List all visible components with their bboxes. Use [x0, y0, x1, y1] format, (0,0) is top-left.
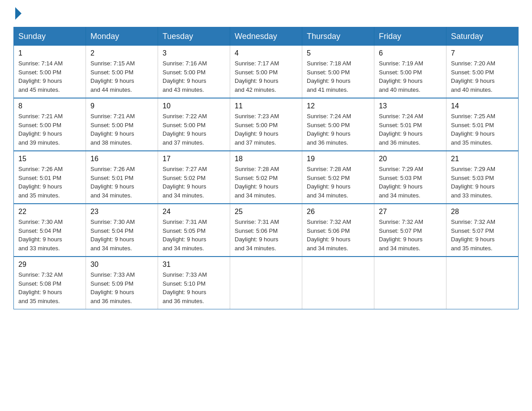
weekday-header-saturday: Saturday — [446, 27, 519, 46]
calendar-cell: 13Sunrise: 7:24 AMSunset: 5:01 PMDayligh… — [374, 98, 446, 151]
calendar-cell: 8Sunrise: 7:21 AMSunset: 5:00 PMDaylight… — [14, 98, 86, 151]
day-info: Sunrise: 7:28 AMSunset: 5:02 PMDaylight:… — [235, 165, 297, 200]
day-info: Sunrise: 7:20 AMSunset: 5:00 PMDaylight:… — [451, 59, 514, 94]
day-info: Sunrise: 7:28 AMSunset: 5:02 PMDaylight:… — [307, 165, 369, 200]
calendar-cell — [302, 257, 374, 309]
day-info: Sunrise: 7:27 AMSunset: 5:02 PMDaylight:… — [163, 165, 225, 200]
day-info: Sunrise: 7:26 AMSunset: 5:01 PMDaylight:… — [90, 165, 153, 200]
day-info: Sunrise: 7:21 AMSunset: 5:00 PMDaylight:… — [90, 112, 153, 147]
calendar-cell: 14Sunrise: 7:25 AMSunset: 5:01 PMDayligh… — [446, 98, 519, 151]
day-info: Sunrise: 7:26 AMSunset: 5:01 PMDaylight:… — [18, 165, 81, 200]
weekday-header-thursday: Thursday — [302, 27, 374, 46]
day-info: Sunrise: 7:24 AMSunset: 5:01 PMDaylight:… — [379, 112, 442, 147]
day-number: 27 — [379, 208, 442, 216]
weekday-header-friday: Friday — [374, 27, 446, 46]
day-number: 4 — [235, 49, 297, 57]
day-info: Sunrise: 7:33 AMSunset: 5:10 PMDaylight:… — [163, 270, 225, 305]
calendar-week-row: 15Sunrise: 7:26 AMSunset: 5:01 PMDayligh… — [14, 151, 519, 204]
weekday-header-tuesday: Tuesday — [158, 27, 230, 46]
day-number: 23 — [90, 208, 153, 216]
calendar-cell: 7Sunrise: 7:20 AMSunset: 5:00 PMDaylight… — [446, 46, 519, 98]
day-info: Sunrise: 7:32 AMSunset: 5:06 PMDaylight:… — [307, 218, 369, 253]
page-header — [13, 9, 519, 18]
day-number: 16 — [90, 155, 153, 163]
day-number: 5 — [307, 49, 369, 57]
day-number: 6 — [379, 49, 442, 57]
day-number: 24 — [163, 208, 225, 216]
day-number: 29 — [18, 261, 81, 269]
day-info: Sunrise: 7:29 AMSunset: 5:03 PMDaylight:… — [379, 165, 442, 200]
day-number: 11 — [235, 102, 297, 110]
day-number: 28 — [451, 208, 514, 216]
calendar-week-row: 29Sunrise: 7:32 AMSunset: 5:08 PMDayligh… — [14, 257, 519, 309]
day-number: 12 — [307, 102, 369, 110]
calendar-cell: 3Sunrise: 7:16 AMSunset: 5:00 PMDaylight… — [158, 46, 230, 98]
calendar-cell: 1Sunrise: 7:14 AMSunset: 5:00 PMDaylight… — [14, 46, 86, 98]
calendar-cell: 18Sunrise: 7:28 AMSunset: 5:02 PMDayligh… — [230, 151, 302, 204]
calendar-table: SundayMondayTuesdayWednesdayThursdayFrid… — [13, 27, 519, 309]
day-info: Sunrise: 7:30 AMSunset: 5:04 PMDaylight:… — [90, 218, 153, 253]
day-number: 30 — [90, 261, 153, 269]
day-info: Sunrise: 7:31 AMSunset: 5:06 PMDaylight:… — [235, 218, 297, 253]
day-number: 8 — [18, 102, 81, 110]
day-number: 20 — [379, 155, 442, 163]
day-info: Sunrise: 7:32 AMSunset: 5:07 PMDaylight:… — [379, 218, 442, 253]
day-number: 7 — [451, 49, 514, 57]
day-info: Sunrise: 7:32 AMSunset: 5:07 PMDaylight:… — [451, 218, 514, 253]
calendar-cell: 25Sunrise: 7:31 AMSunset: 5:06 PMDayligh… — [230, 204, 302, 257]
day-info: Sunrise: 7:33 AMSunset: 5:09 PMDaylight:… — [90, 270, 153, 305]
day-info: Sunrise: 7:29 AMSunset: 5:03 PMDaylight:… — [451, 165, 514, 200]
calendar-cell: 11Sunrise: 7:23 AMSunset: 5:00 PMDayligh… — [230, 98, 302, 151]
calendar-cell: 22Sunrise: 7:30 AMSunset: 5:04 PMDayligh… — [14, 204, 86, 257]
day-info: Sunrise: 7:31 AMSunset: 5:05 PMDaylight:… — [163, 218, 225, 253]
day-number: 31 — [163, 261, 225, 269]
day-number: 26 — [307, 208, 369, 216]
day-info: Sunrise: 7:30 AMSunset: 5:04 PMDaylight:… — [18, 218, 81, 253]
calendar-cell: 20Sunrise: 7:29 AMSunset: 5:03 PMDayligh… — [374, 151, 446, 204]
calendar-cell: 12Sunrise: 7:24 AMSunset: 5:00 PMDayligh… — [302, 98, 374, 151]
day-info: Sunrise: 7:32 AMSunset: 5:08 PMDaylight:… — [18, 270, 81, 305]
weekday-header-monday: Monday — [86, 27, 158, 46]
logo — [13, 9, 21, 18]
day-number: 22 — [18, 208, 81, 216]
weekday-header-sunday: Sunday — [14, 27, 86, 46]
calendar-week-row: 1Sunrise: 7:14 AMSunset: 5:00 PMDaylight… — [14, 46, 519, 98]
day-info: Sunrise: 7:21 AMSunset: 5:00 PMDaylight:… — [18, 112, 81, 147]
calendar-cell: 4Sunrise: 7:17 AMSunset: 5:00 PMDaylight… — [230, 46, 302, 98]
calendar-cell: 24Sunrise: 7:31 AMSunset: 5:05 PMDayligh… — [158, 204, 230, 257]
calendar-cell: 28Sunrise: 7:32 AMSunset: 5:07 PMDayligh… — [446, 204, 519, 257]
day-info: Sunrise: 7:22 AMSunset: 5:00 PMDaylight:… — [163, 112, 225, 147]
day-number: 25 — [235, 208, 297, 216]
calendar-cell: 31Sunrise: 7:33 AMSunset: 5:10 PMDayligh… — [158, 257, 230, 309]
logo-arrow-icon — [15, 7, 21, 20]
day-info: Sunrise: 7:24 AMSunset: 5:00 PMDaylight:… — [307, 112, 369, 147]
day-info: Sunrise: 7:25 AMSunset: 5:01 PMDaylight:… — [451, 112, 514, 147]
weekday-header-wednesday: Wednesday — [230, 27, 302, 46]
day-number: 21 — [451, 155, 514, 163]
calendar-cell: 15Sunrise: 7:26 AMSunset: 5:01 PMDayligh… — [14, 151, 86, 204]
calendar-cell: 19Sunrise: 7:28 AMSunset: 5:02 PMDayligh… — [302, 151, 374, 204]
calendar-cell: 9Sunrise: 7:21 AMSunset: 5:00 PMDaylight… — [86, 98, 158, 151]
day-info: Sunrise: 7:17 AMSunset: 5:00 PMDaylight:… — [235, 59, 297, 94]
calendar-cell: 5Sunrise: 7:18 AMSunset: 5:00 PMDaylight… — [302, 46, 374, 98]
calendar-cell: 10Sunrise: 7:22 AMSunset: 5:00 PMDayligh… — [158, 98, 230, 151]
day-number: 13 — [379, 102, 442, 110]
day-info: Sunrise: 7:18 AMSunset: 5:00 PMDaylight:… — [307, 59, 369, 94]
day-number: 1 — [18, 49, 81, 57]
day-number: 9 — [90, 102, 153, 110]
calendar-cell: 27Sunrise: 7:32 AMSunset: 5:07 PMDayligh… — [374, 204, 446, 257]
calendar-week-row: 22Sunrise: 7:30 AMSunset: 5:04 PMDayligh… — [14, 204, 519, 257]
day-number: 3 — [163, 49, 225, 57]
day-info: Sunrise: 7:16 AMSunset: 5:00 PMDaylight:… — [163, 59, 225, 94]
calendar-cell: 23Sunrise: 7:30 AMSunset: 5:04 PMDayligh… — [86, 204, 158, 257]
day-info: Sunrise: 7:15 AMSunset: 5:00 PMDaylight:… — [90, 59, 153, 94]
day-info: Sunrise: 7:23 AMSunset: 5:00 PMDaylight:… — [235, 112, 297, 147]
calendar-cell: 29Sunrise: 7:32 AMSunset: 5:08 PMDayligh… — [14, 257, 86, 309]
calendar-cell: 6Sunrise: 7:19 AMSunset: 5:00 PMDaylight… — [374, 46, 446, 98]
calendar-cell: 2Sunrise: 7:15 AMSunset: 5:00 PMDaylight… — [86, 46, 158, 98]
day-info: Sunrise: 7:19 AMSunset: 5:00 PMDaylight:… — [379, 59, 442, 94]
day-number: 15 — [18, 155, 81, 163]
day-number: 17 — [163, 155, 225, 163]
day-number: 18 — [235, 155, 297, 163]
calendar-week-row: 8Sunrise: 7:21 AMSunset: 5:00 PMDaylight… — [14, 98, 519, 151]
